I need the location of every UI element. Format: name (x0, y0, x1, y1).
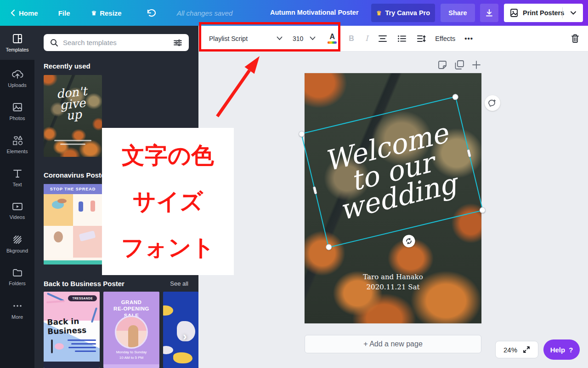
add-page-icon[interactable] (471, 59, 482, 70)
download-button[interactable] (480, 4, 498, 22)
poster-footer (44, 362, 100, 368)
font-family-dropdown[interactable]: Playlist Script (209, 35, 283, 42)
sidebar-label: Bkground (6, 248, 28, 253)
chevron-left-icon (10, 9, 16, 17)
undo-button[interactable] (146, 8, 156, 17)
chevron-down-icon (277, 36, 283, 40)
folder-icon (12, 268, 23, 278)
resize-label: Resize (100, 9, 122, 17)
sidebar-item-text[interactable]: Text (0, 163, 34, 192)
poster-cell (44, 194, 73, 226)
search-input[interactable] (63, 39, 169, 46)
home-button[interactable]: Home (10, 9, 38, 17)
trash-icon (571, 34, 580, 43)
thumbnail-text: Back in Business (47, 317, 86, 336)
align-center-icon (378, 35, 387, 42)
download-icon (485, 8, 494, 17)
document-title[interactable]: Autumn Motivational Poster (270, 9, 359, 16)
line-spacing-button[interactable] (417, 35, 426, 42)
crown-gold-icon: ♛ (376, 10, 382, 16)
poster-cell (73, 194, 102, 226)
save-status: All changes saved (177, 9, 233, 17)
divider (562, 7, 563, 18)
sidebar-item-background[interactable]: Bkground (0, 229, 34, 259)
fullscreen-icon[interactable] (523, 346, 530, 353)
sidebar-item-more[interactable]: More (0, 295, 34, 325)
sidebar-item-folders[interactable]: Folders (0, 262, 34, 292)
add-new-page-button[interactable]: + Add a new page (305, 335, 481, 353)
sidebar-label: Elements (7, 149, 28, 154)
help-button[interactable]: Help ? (543, 339, 580, 360)
templates-icon (12, 33, 23, 44)
background-icon (12, 234, 23, 245)
video-icon (11, 201, 23, 212)
brand-pill: TRESSANDE (68, 295, 97, 301)
color-letter: A (330, 33, 335, 40)
bold-button[interactable]: B (349, 34, 354, 43)
poster-icon (509, 8, 519, 17)
sidebar-item-photos[interactable]: Photos (0, 97, 34, 126)
try-canva-pro-button[interactable]: ♛ Try Canva Pro (371, 4, 435, 22)
sidebar-label: Photos (9, 115, 25, 121)
page-actions (437, 59, 482, 70)
chevron-down-icon[interactable] (570, 10, 577, 16)
sidebar-rail: Templates Uploads Photos Elements Text V… (0, 26, 34, 368)
top-bar: Home File ♛ Resize All changes saved Aut… (0, 0, 588, 26)
upload-cloud-icon (11, 69, 23, 80)
zoom-control[interactable]: 24% (495, 341, 538, 358)
sidebar-label: Videos (10, 214, 25, 220)
template-thumbnail-dont-give-up[interactable]: don't give up (44, 75, 102, 157)
text-toolbar: Playlist Script 310 A B I Effects ••• (198, 26, 588, 52)
sidebar-item-uploads[interactable]: Uploads (0, 63, 34, 93)
font-name: Playlist Script (209, 35, 248, 42)
caption-bar (60, 144, 86, 145)
photo-circle (115, 316, 148, 349)
template-thumbnail-back-in-business[interactable]: TRESSANDE Back in Business (44, 292, 100, 368)
sidebar-item-templates[interactable]: Templates (0, 26, 34, 60)
filter-sliders-icon[interactable] (173, 39, 182, 47)
bullet-list-icon (397, 35, 407, 42)
sidebar-item-videos[interactable]: Videos (0, 196, 34, 225)
resize-menu[interactable]: ♛ Resize (91, 9, 122, 17)
poster-cell (73, 226, 102, 258)
effects-button[interactable]: Effects (435, 35, 455, 42)
search-box[interactable] (44, 34, 189, 51)
duplicate-page-icon[interactable] (454, 59, 465, 70)
annotation-note: 文字の色 サイズ フォント (102, 128, 234, 275)
poster-footer (103, 364, 159, 368)
section-title-coronavirus: Coronavirus Posters (44, 171, 112, 179)
rainbow-swatch (328, 41, 337, 44)
comment-plus-icon (488, 99, 497, 107)
font-size-value: 310 (293, 35, 303, 42)
poster-caption[interactable]: Taro and Hanako 2020.11.21 Sat (305, 272, 481, 292)
print-posters-button[interactable]: Print Posters (504, 4, 583, 22)
notes-icon[interactable] (437, 59, 448, 70)
annotation-text-color: 文字の色 (122, 144, 214, 167)
italic-button[interactable]: I (365, 34, 368, 43)
sidebar-item-elements[interactable]: Elements (0, 130, 34, 159)
template-thumbnail-blue[interactable] (163, 292, 198, 368)
font-size-dropdown[interactable]: 310 (293, 35, 316, 42)
text-color-button[interactable]: A (328, 33, 337, 44)
annotation-text-size: サイズ (133, 190, 204, 213)
comment-button[interactable] (485, 95, 500, 111)
annotation-text-font: フォント (121, 236, 215, 259)
file-menu[interactable]: File (58, 9, 70, 17)
template-thumbnail-grand-reopening[interactable]: GRAND RE-OPENING SALE Monday to Sunday 1… (103, 292, 159, 368)
thumbnail-text: don't give up (44, 84, 102, 124)
more-dots-icon (12, 300, 23, 311)
share-button[interactable]: Share (441, 4, 475, 22)
section-title-recently-used: Recently used (44, 62, 90, 70)
poster-cell (44, 226, 73, 258)
canvas-area: Taro and Hanako 2020.11.21 Sat Welcome t… (198, 52, 588, 368)
delete-button[interactable] (571, 34, 580, 43)
template-thumbnail-coronavirus[interactable]: STOP THE SPREAD (44, 184, 102, 264)
toolbar-more-button[interactable]: ••• (464, 34, 473, 42)
rotate-icon (405, 237, 413, 245)
chevron-down-icon (310, 36, 316, 40)
bullet-list-button[interactable] (397, 35, 407, 42)
help-label: Help (550, 346, 565, 354)
text-align-button[interactable] (378, 35, 387, 42)
carousel-next-button[interactable]: › (183, 329, 187, 344)
see-all-link[interactable]: See all (170, 280, 188, 287)
